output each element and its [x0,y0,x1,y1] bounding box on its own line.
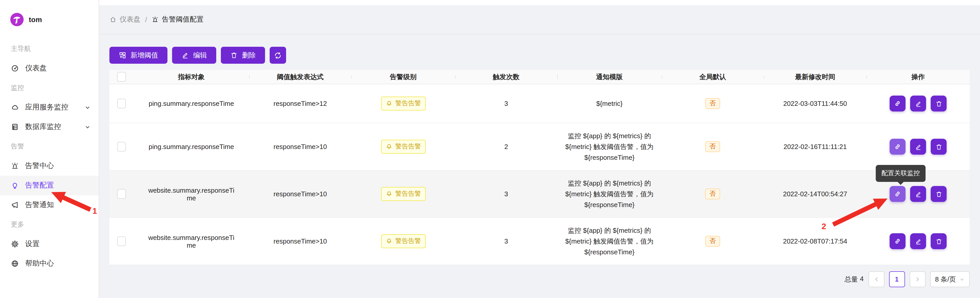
trash-icon [935,237,942,245]
database-icon [11,123,19,131]
alert-level-tag: 警告告警 [381,140,426,154]
sync-icon [274,51,282,59]
page-size-value: 8 条/页 [935,275,956,284]
total-count: 总量 4 [845,275,864,284]
alert-siren-icon [152,16,159,23]
sidebar-item-alert-notice[interactable]: 告警通知 [0,195,99,215]
breadcrumb-label: 仪表盘 [120,15,140,24]
next-page-button[interactable] [909,271,925,287]
edit-row-button[interactable] [910,139,926,155]
row-checkbox[interactable] [117,189,126,199]
trash-icon [230,51,238,59]
chevron-down-icon [85,105,91,110]
col-global-default: 全局默认 [662,72,764,81]
table-row[interactable]: website.summary.responseTime responseTim… [110,218,970,265]
refresh-button[interactable] [270,47,286,64]
alert-level-label: 警告告警 [395,190,421,198]
nav-group-more: 更多 [0,215,99,234]
table-row[interactable]: ping.summary.responseTime responseTime>1… [110,123,970,171]
trash-icon [935,143,942,150]
sidebar-item-alert-center[interactable]: 告警中心 [0,156,99,176]
select-all-checkbox[interactable] [117,72,126,82]
sidebar-item-dashboard[interactable]: 仪表盘 [0,59,99,78]
link-monitor-button[interactable] [889,96,905,112]
alert-level-label: 警告告警 [395,99,421,108]
add-threshold-button[interactable]: 新增阈值 [110,47,167,64]
sidebar-item-help-center[interactable]: 帮助中心 [0,254,99,273]
nav-group-monitor: 监控 [0,78,99,97]
sidebar-item-label: 帮助中心 [25,259,54,268]
modified-time-cell: 2022-02-08T07:17:54 [764,237,867,245]
page-number-button[interactable]: 1 [889,271,905,287]
delete-label: 删除 [242,51,256,60]
edit-row-button[interactable] [910,233,926,249]
global-default-tag: 否 [705,188,720,199]
sidebar-item-label: 设置 [25,239,40,249]
link-monitor-button[interactable] [889,233,905,249]
alert-level-label: 警告告警 [395,142,421,151]
alert-level-cell: 警告告警 [351,234,455,248]
page-size-select[interactable]: 8 条/页 [930,271,970,287]
col-notify-template: 通知模版 [557,72,662,82]
breadcrumb-separator: / [145,16,147,23]
global-default-cell: 否 [662,188,764,199]
global-default-cell: 否 [662,236,764,247]
delete-row-button[interactable] [931,139,947,155]
row-checkbox[interactable] [117,99,126,108]
delete-row-button[interactable] [931,186,947,202]
link-icon [894,143,901,151]
row-checkbox[interactable] [117,236,126,246]
breadcrumb-dashboard[interactable]: 仪表盘 [110,15,140,24]
chevron-left-icon [873,276,879,282]
col-modified-time: 最新修改时间 [764,72,867,81]
sidebar-item-settings[interactable]: 设置 [0,234,99,254]
link-icon [894,190,901,198]
dashboard-gauge-icon [11,64,19,72]
sidebar-item-database-monitor[interactable]: 数据库监控 [0,117,99,137]
edit-button[interactable]: 编辑 [172,47,216,64]
top-strip [99,0,980,5]
alert-level-tag: 警告告警 [381,97,426,110]
col-metric-object: 指标对象 [134,72,249,81]
nav-group-alert: 告警 [0,137,99,156]
home-icon [110,16,116,23]
sidebar-item-app-service-monitor[interactable]: 应用服务监控 [0,97,99,117]
prev-page-button[interactable] [868,271,884,287]
sidebar-item-label: 告警通知 [25,200,54,210]
global-default-cell: 否 [662,98,764,109]
modified-time-cell: 2022-02-16T11:11:21 [764,143,867,151]
gear-icon [11,240,19,248]
delete-row-button[interactable] [931,96,947,112]
edit-pencil-icon [915,100,922,107]
edit-pencil-icon [915,237,922,245]
table-row[interactable]: ping.summary.responseTime responseTime>1… [110,84,970,123]
sidebar-logo-row: tom [0,0,99,39]
col-trigger-times: 触发次数 [455,72,557,81]
delete-button[interactable]: 删除 [221,47,265,64]
metric-object-cell: website.summary.responseTime [134,234,249,249]
threshold-table: 指标对象 阈值触发表达式 告警级别 触发次数 通知模版 全局默认 最新修改时间 … [110,70,970,265]
global-default-cell: 否 [662,141,764,152]
app-logo-icon [10,13,24,26]
trigger-times-cell: 3 [455,237,557,245]
chevron-right-icon [915,276,920,282]
bell-icon [385,238,392,245]
link-monitor-button[interactable] [889,139,905,155]
col-operations: 操作 [867,72,970,81]
bell-icon [385,143,392,150]
table-header-row: 指标对象 阈值触发表达式 告警级别 触发次数 通知模版 全局默认 最新修改时间 … [110,70,970,84]
nav-group-main: 主导航 [0,39,99,59]
edit-row-button[interactable] [910,186,926,202]
trigger-times-cell: 2 [455,143,557,151]
edit-row-button[interactable] [910,96,926,112]
user-name: tom [29,15,42,24]
link-monitor-button[interactable] [889,186,905,202]
sidebar-item-label: 仪表盘 [25,64,47,73]
delete-row-button[interactable] [931,233,947,249]
notify-template-cell: 监控 ${app} 的 ${metrics} 的 ${metric} 触发阈值告… [557,225,662,257]
table-row[interactable]: website.summary.responseTime responseTim… [110,171,970,218]
trigger-expression-cell: responseTime>10 [249,143,351,151]
modified-time-cell: 2022-03-03T11:44:50 [764,100,867,107]
sidebar-item-alert-config[interactable]: 告警配置 [0,176,99,195]
row-checkbox[interactable] [117,142,126,151]
